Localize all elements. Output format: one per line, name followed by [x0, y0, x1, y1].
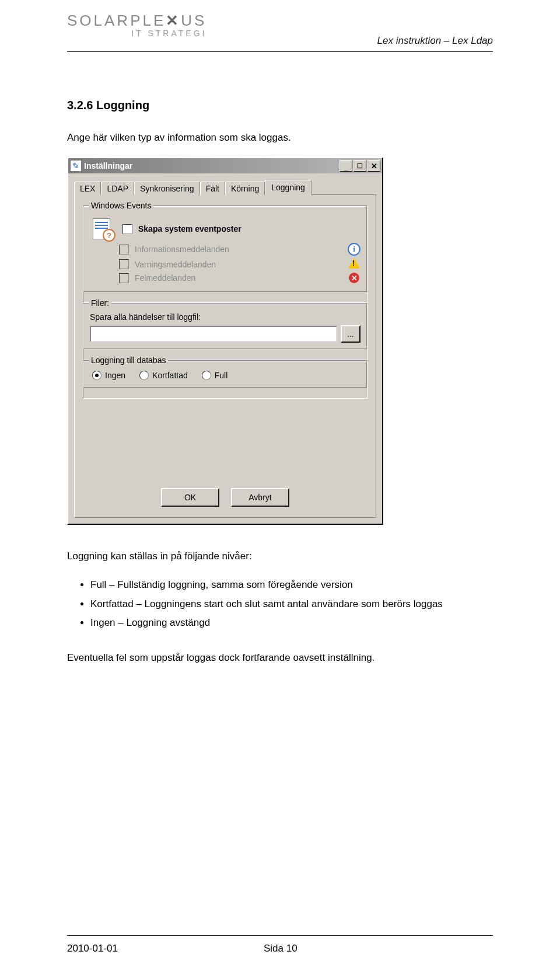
tab-ldap[interactable]: LDAP	[101, 182, 134, 195]
radio-label-ingen: Ingen	[105, 371, 125, 380]
header-divider	[67, 51, 493, 52]
closing-text: Eventuella fel som uppstår loggas dock f…	[67, 650, 493, 666]
logo: SOLARPLE ✕ US IT STRATEGI	[67, 12, 206, 38]
maximize-button[interactable]: ☐	[354, 160, 366, 172]
settings-dialog: ✎ Inställningar _ ☐ ✕ LEX LDAP Synkronis…	[67, 157, 383, 525]
after-text: Loggning kan ställas in på följande nivå…	[67, 548, 493, 564]
titlebar: ✎ Inställningar _ ☐ ✕	[68, 158, 382, 173]
doc-title: Lex instruktion – Lex Ldap	[377, 35, 493, 47]
radio-ingen[interactable]: Ingen	[92, 371, 125, 380]
label-err: Felmeddelanden	[135, 273, 195, 283]
radio-dot-kortfattad	[139, 371, 149, 380]
checkbox-err[interactable]	[119, 273, 129, 283]
group-windows-events: Windows Events ? Skapa system eventposte…	[83, 206, 367, 292]
eventlog-icon: ?	[90, 217, 113, 241]
window-title: Inställningar	[84, 161, 340, 170]
ok-button[interactable]: OK	[161, 488, 219, 507]
close-button[interactable]: ✕	[368, 160, 380, 172]
minimize-button[interactable]: _	[340, 160, 352, 172]
logo-text-a: SOLARPLE	[67, 12, 166, 30]
bullet-list: Full – Fullständig loggning, samma som f…	[67, 576, 493, 632]
footer: 2010-01-01 Sida 10	[67, 931, 493, 954]
tab-loggning[interactable]: Loggning	[265, 180, 312, 195]
radio-dot-full	[202, 371, 211, 380]
section-heading: 3.2.6 Loggning	[67, 99, 493, 112]
tab-korning[interactable]: Körning	[225, 182, 265, 195]
footer-date: 2010-01-01	[67, 943, 118, 954]
radio-dot-ingen	[92, 371, 102, 380]
tab-sync[interactable]: Synkronisering	[134, 182, 200, 195]
footer-page: Sida 10	[264, 943, 298, 954]
label-warn: Varningsmeddelanden	[135, 260, 216, 269]
radio-kortfattad[interactable]: Kortfattad	[139, 371, 188, 380]
logfile-input[interactable]	[90, 326, 337, 342]
tab-panel: Windows Events ? Skapa system eventposte…	[74, 195, 376, 518]
footer-divider	[67, 935, 493, 936]
tab-falt[interactable]: Fält	[200, 182, 225, 195]
list-item: Ingen – Loggning avstängd	[90, 614, 493, 632]
info-icon: i	[348, 243, 360, 256]
cancel-button[interactable]: Avbryt	[231, 488, 289, 507]
group-legend-events: Windows Events	[89, 201, 153, 210]
checkbox-create-events[interactable]	[123, 224, 132, 234]
group-files: Filer: Spara alla händelser till loggfil…	[83, 304, 367, 349]
label-info: Informationsmeddelanden	[135, 245, 229, 254]
error-icon: ✕	[348, 273, 360, 283]
browse-button[interactable]: ...	[341, 325, 360, 343]
group-legend-db: Loggning till databas	[89, 356, 168, 365]
group-database-logging: Loggning till databas Ingen Kortfattad	[83, 361, 367, 388]
intro-text: Ange här vilken typ av information som s…	[67, 130, 493, 145]
checkbox-warn[interactable]	[119, 259, 129, 269]
logo-text-b: US	[181, 12, 206, 30]
group-legend-files: Filer:	[89, 298, 111, 308]
checkbox-info[interactable]	[119, 245, 129, 255]
radio-label-kortfattad: Kortfattad	[152, 371, 188, 380]
list-item: Full – Fullständig loggning, samma som f…	[90, 576, 493, 594]
tab-lex[interactable]: LEX	[74, 182, 101, 195]
radio-label-full: Full	[215, 371, 228, 380]
list-item: Kortfattad – Loggningens start och slut …	[90, 595, 493, 614]
logo-subtitle: IT STRATEGI	[131, 29, 206, 38]
label-create-events: Skapa system eventposter	[138, 224, 242, 234]
warning-icon	[348, 258, 360, 270]
radio-full[interactable]: Full	[202, 371, 228, 380]
app-icon: ✎	[71, 161, 81, 171]
tab-bar: LEX LDAP Synkronisering Fält Körning Log…	[74, 179, 376, 195]
label-logfile: Spara alla händelser till loggfil:	[90, 312, 360, 322]
logo-cross-icon: ✕	[166, 12, 181, 30]
